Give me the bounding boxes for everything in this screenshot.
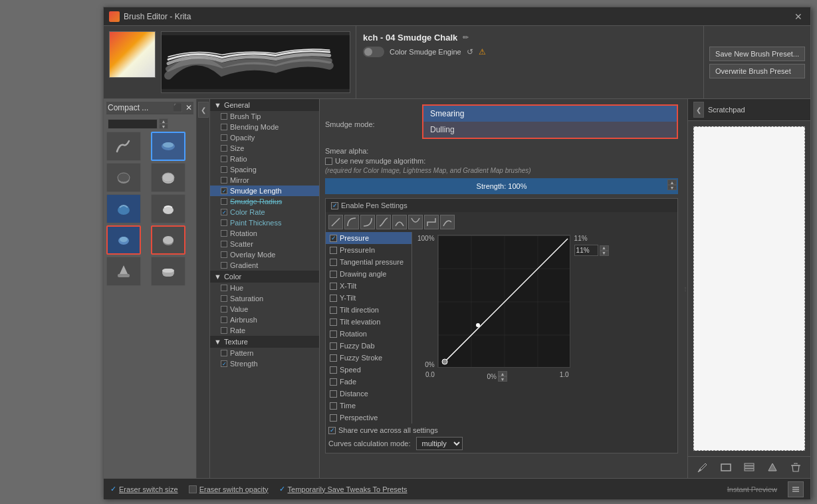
strength-down[interactable]: ▼: [667, 185, 677, 190]
param-checkbox-spacing[interactable]: [221, 166, 227, 173]
param-checkbox-rotation[interactable]: [221, 230, 227, 237]
param-checkbox-value[interactable]: [221, 306, 227, 313]
save-tweaks-label[interactable]: Temporarily Save Tweaks To Presets: [288, 485, 408, 493]
sensor-time[interactable]: Time: [326, 400, 411, 412]
param-rotation[interactable]: Rotation: [210, 228, 319, 239]
enable-pen-checkbox[interactable]: ✓: [331, 202, 338, 209]
color-smudge-toggle[interactable]: [363, 47, 384, 57]
sensor-pressurein-checkbox[interactable]: [330, 247, 337, 254]
sensor-x-tilt-checkbox[interactable]: [330, 283, 337, 290]
param-color-rate[interactable]: ✓ Color Rate: [210, 207, 319, 217]
use-new-algo-checkbox[interactable]: [325, 158, 332, 165]
sensor-x-tilt[interactable]: X-Tilt: [326, 280, 411, 292]
scratch-fill-tool[interactable]: [764, 459, 780, 475]
param-checkbox-airbrush[interactable]: [221, 316, 227, 323]
color-section-header[interactable]: ▼ Color: [210, 271, 319, 283]
sensor-drawing-angle-checkbox[interactable]: [330, 271, 337, 278]
scratch-trash-tool[interactable]: [788, 459, 804, 475]
strength-bar[interactable]: Strength: 100% ▲ ▼: [325, 178, 678, 194]
sensor-perspective[interactable]: Perspective: [326, 412, 411, 424]
tool-eraser-button[interactable]: [106, 163, 141, 192]
sensor-fade-checkbox[interactable]: [330, 378, 337, 386]
tool-pencil-button[interactable]: [151, 225, 185, 255]
param-smudge-radius[interactable]: Smudge Radius: [210, 196, 319, 207]
param-checkbox-ratio[interactable]: [221, 156, 227, 162]
param-value[interactable]: Value: [210, 304, 319, 315]
param-checkbox-rate[interactable]: [221, 327, 227, 334]
curve-ease-out-button[interactable]: [360, 215, 375, 229]
sensor-rotation[interactable]: Rotation: [326, 328, 411, 340]
param-strength[interactable]: ✓ Strength: [210, 358, 319, 369]
x-mid-up[interactable]: ▲: [498, 371, 507, 376]
tool-wet-button[interactable]: [106, 194, 141, 223]
refresh-icon[interactable]: ↺: [467, 47, 473, 57]
eraser-switch-size-label[interactable]: Eraser switch size: [119, 485, 178, 493]
param-checkbox-pattern[interactable]: [221, 350, 227, 356]
param-checkbox-mirror[interactable]: [221, 177, 227, 184]
param-checkbox-brush-tip[interactable]: [221, 113, 227, 120]
curve-wave-button[interactable]: [440, 215, 455, 229]
tool-freehand-button[interactable]: [106, 132, 141, 161]
sensor-tangential[interactable]: Tangential pressure: [326, 256, 411, 268]
scratch-layer-tool[interactable]: [741, 459, 757, 475]
smudge-option-smearing[interactable]: Smearing: [423, 106, 677, 122]
param-checkbox-opacity[interactable]: [221, 134, 227, 141]
tool-ink-button[interactable]: [106, 225, 141, 255]
calc-mode-select[interactable]: multiply add subtract: [416, 437, 463, 450]
eraser-switch-opacity-label[interactable]: Eraser switch opacity: [199, 485, 269, 493]
general-section-header[interactable]: ▼ General: [210, 99, 319, 111]
sensor-tilt-dir-checkbox[interactable]: [330, 307, 337, 314]
sensor-distance-checkbox[interactable]: [330, 390, 337, 398]
param-checkbox-size[interactable]: [221, 145, 227, 152]
curve-right-up[interactable]: ▲: [600, 245, 609, 251]
param-checkbox-gradient[interactable]: [221, 262, 227, 269]
param-hue[interactable]: Hue: [210, 283, 319, 293]
value-down-button[interactable]: ▼: [159, 124, 168, 129]
param-checkbox-hue[interactable]: [221, 285, 227, 291]
tool-panel-close[interactable]: ✕: [185, 103, 192, 112]
sensor-rotation-checkbox[interactable]: [330, 330, 337, 338]
sensor-speed-checkbox[interactable]: [330, 366, 337, 374]
sensor-pressure[interactable]: ✓ Pressure: [326, 232, 411, 244]
close-button[interactable]: ✕: [792, 10, 805, 23]
sensor-time-checkbox[interactable]: [330, 402, 337, 410]
sensor-pressurein[interactable]: PressureIn: [326, 244, 411, 256]
param-paint-thickness[interactable]: Paint Thickness: [210, 217, 319, 228]
curve-graph[interactable]: [437, 235, 570, 368]
curve-arch-button[interactable]: [392, 215, 407, 229]
eraser-switch-opacity-checkbox[interactable]: [189, 485, 197, 493]
sensor-fuzzy-stroke[interactable]: Fuzzy Stroke: [326, 352, 411, 364]
param-checkbox-saturation[interactable]: [221, 295, 227, 302]
tool-brush2-button[interactable]: [151, 163, 185, 192]
param-rate[interactable]: Rate: [210, 325, 319, 336]
curve-linear-button[interactable]: [328, 215, 343, 229]
sensor-fuzzy-stroke-checkbox[interactable]: [330, 354, 337, 362]
param-overlay-mode[interactable]: Overlay Mode: [210, 249, 319, 260]
strength-up[interactable]: ▲: [667, 180, 677, 185]
param-checkbox-blending[interactable]: [221, 124, 227, 130]
sensor-fade[interactable]: Fade: [326, 376, 411, 388]
x-mid-down[interactable]: ▼: [498, 376, 507, 382]
scratch-rect-tool[interactable]: [718, 459, 734, 475]
param-checkbox-overlay[interactable]: [221, 251, 227, 258]
param-checkbox-color-rate[interactable]: ✓: [221, 209, 227, 215]
sensor-distance[interactable]: Distance: [326, 388, 411, 400]
param-brush-tip[interactable]: Brush Tip: [210, 111, 319, 122]
scratch-pen-tool[interactable]: [695, 459, 711, 475]
sensor-drawing-angle[interactable]: Drawing angle: [326, 268, 411, 280]
param-checkbox-scatter[interactable]: [221, 241, 227, 247]
sensor-pressure-checkbox[interactable]: ✓: [330, 235, 337, 242]
curve-right-input[interactable]: [574, 245, 598, 256]
param-saturation[interactable]: Saturation: [210, 293, 319, 304]
share-curve-checkbox[interactable]: ✓: [328, 427, 336, 434]
smudge-mode-dropdown[interactable]: Smearing Dulling: [422, 104, 678, 139]
overwrite-preset-button[interactable]: Overwrite Brush Preset: [709, 64, 805, 78]
sensor-y-tilt-checkbox[interactable]: [330, 295, 337, 302]
param-scatter[interactable]: Scatter: [210, 239, 319, 249]
curve-ease-in-button[interactable]: [344, 215, 359, 229]
tool-flat-button[interactable]: [151, 257, 185, 286]
curve-s-button[interactable]: [376, 215, 391, 229]
sensor-tilt-direction[interactable]: Tilt direction: [326, 304, 411, 316]
param-spacing[interactable]: Spacing: [210, 164, 319, 175]
collapse-button[interactable]: ❮: [198, 102, 209, 118]
